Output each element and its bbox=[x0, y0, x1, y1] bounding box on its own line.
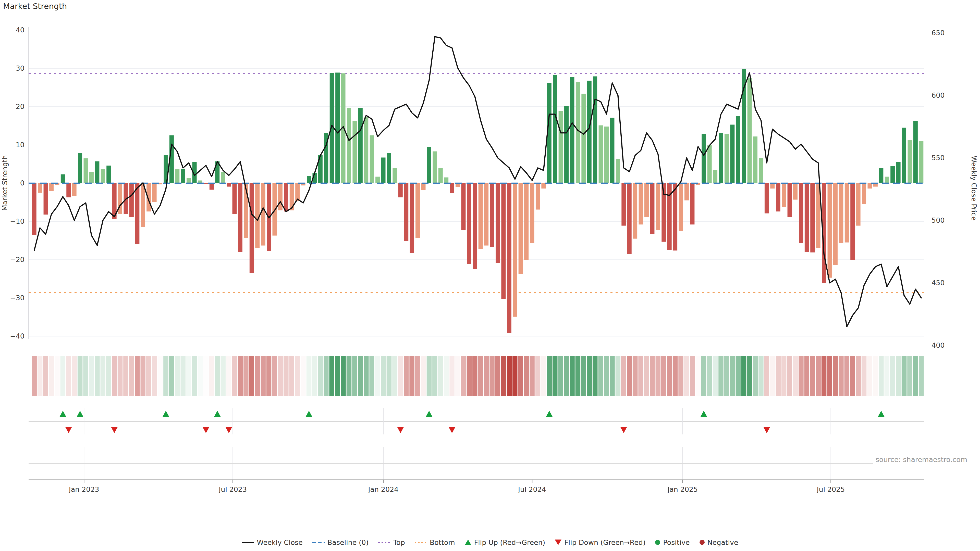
heatmap-cell bbox=[204, 356, 208, 396]
strength-bar bbox=[129, 183, 134, 217]
strength-bar bbox=[398, 183, 403, 197]
strength-bar bbox=[101, 169, 105, 183]
strength-bar bbox=[896, 162, 900, 183]
heatmap-cell bbox=[690, 356, 695, 396]
strength-bar bbox=[639, 183, 643, 224]
x-tick-label: Jan 2023 bbox=[68, 486, 99, 493]
dotted-line-icon bbox=[415, 542, 427, 543]
x-tick-label: Jan 2024 bbox=[368, 486, 399, 493]
heatmap-cell bbox=[764, 356, 770, 396]
heatmap-cell bbox=[60, 356, 65, 396]
heatmap-cell bbox=[913, 356, 918, 396]
strength-bar bbox=[204, 183, 208, 184]
source-note: source: sharemaestro.com bbox=[873, 454, 970, 465]
heatmap-cell bbox=[272, 356, 277, 396]
strength-bar bbox=[387, 153, 391, 183]
heatmap-cell bbox=[862, 356, 867, 396]
heatmap-cell bbox=[146, 356, 151, 396]
strength-bar bbox=[450, 183, 454, 193]
flip-down-marker bbox=[763, 427, 770, 433]
strength-bar bbox=[564, 106, 569, 183]
heatmap-cell bbox=[163, 356, 169, 396]
strength-bar bbox=[593, 76, 597, 183]
strength-bar bbox=[541, 183, 546, 189]
strength-bar bbox=[558, 111, 563, 183]
heatmap-cell bbox=[198, 356, 203, 396]
strength-bar bbox=[684, 183, 689, 200]
strength-bar bbox=[621, 183, 626, 226]
left-tick-label: −10 bbox=[10, 218, 24, 225]
heatmap-cell bbox=[249, 356, 255, 396]
heatmap-cell bbox=[358, 356, 363, 396]
heatmap-cell bbox=[610, 356, 615, 396]
strength-bar bbox=[724, 134, 729, 183]
heatmap-cell bbox=[879, 356, 884, 396]
heatmap-cell bbox=[644, 356, 649, 396]
x-tick-label: Jan 2025 bbox=[667, 486, 698, 493]
heatmap-cell bbox=[850, 356, 855, 396]
heatmap-cell bbox=[696, 356, 701, 396]
strength-bar bbox=[61, 175, 65, 183]
heatmap-cell bbox=[43, 356, 48, 396]
flip-down-marker bbox=[111, 427, 118, 433]
flip-up-marker bbox=[546, 411, 552, 417]
strength-bar bbox=[433, 151, 437, 183]
heatmap-cell bbox=[655, 356, 661, 396]
heatmap-cell bbox=[627, 356, 632, 396]
strength-bar bbox=[530, 183, 535, 243]
dotted-line-icon bbox=[378, 542, 390, 543]
heatmap-cell bbox=[266, 356, 272, 396]
heatmap-cell bbox=[295, 356, 300, 396]
heatmap-cell bbox=[713, 356, 718, 396]
heatmap-cell bbox=[427, 356, 432, 396]
strength-bar bbox=[238, 183, 242, 252]
left-tick-label: 0 bbox=[20, 179, 24, 187]
strength-bar bbox=[553, 75, 557, 183]
heatmap-cell bbox=[730, 356, 735, 396]
heatmap-cell bbox=[329, 356, 334, 396]
heatmap-cell bbox=[301, 356, 306, 396]
strength-bar bbox=[507, 183, 511, 333]
legend-item-bottom: Bottom bbox=[415, 538, 455, 546]
heatmap-cell bbox=[123, 356, 128, 396]
heatmap-cell bbox=[158, 356, 163, 396]
strength-bar bbox=[278, 183, 283, 210]
legend-item-positive: Positive bbox=[655, 538, 690, 546]
strength-bar bbox=[839, 183, 843, 243]
heatmap-cell bbox=[633, 356, 638, 396]
heatmap-cell bbox=[707, 356, 712, 396]
strength-bar bbox=[776, 183, 780, 211]
strength-bar bbox=[335, 73, 340, 183]
strength-bar bbox=[107, 165, 111, 183]
heatmap-cell bbox=[621, 356, 626, 396]
strength-bar bbox=[227, 183, 231, 187]
strength-bar bbox=[181, 168, 185, 183]
heatmap-cell bbox=[335, 356, 340, 396]
strength-bar bbox=[72, 183, 76, 196]
heatmap-cell bbox=[661, 356, 667, 396]
strength-bar bbox=[484, 183, 488, 246]
flip-up-marker bbox=[700, 411, 707, 417]
heatmap-cell bbox=[89, 356, 94, 396]
strength-bar bbox=[679, 183, 683, 231]
heatmap-cell bbox=[907, 356, 912, 396]
strength-bar bbox=[404, 183, 408, 241]
strength-bar bbox=[421, 183, 425, 190]
strength-bar bbox=[524, 183, 528, 260]
heatmap-cell bbox=[461, 356, 466, 396]
heatmap-cell bbox=[215, 356, 220, 396]
left-tick-label: 10 bbox=[16, 141, 24, 149]
heatmap-cell bbox=[604, 356, 609, 396]
heatmap-cell bbox=[547, 356, 552, 396]
strength-bar bbox=[444, 178, 449, 183]
x-tick-label: Jul 2024 bbox=[517, 486, 546, 493]
strength-bar bbox=[49, 183, 54, 191]
strength-bar bbox=[879, 168, 883, 183]
right-tick-label: 450 bbox=[932, 279, 945, 287]
heatmap-cell bbox=[896, 356, 901, 396]
strength-bar bbox=[850, 183, 855, 260]
strength-bar bbox=[66, 183, 71, 197]
strength-bar bbox=[381, 158, 386, 183]
right-tick-label: 650 bbox=[932, 29, 945, 37]
heatmap-cell bbox=[478, 356, 483, 396]
